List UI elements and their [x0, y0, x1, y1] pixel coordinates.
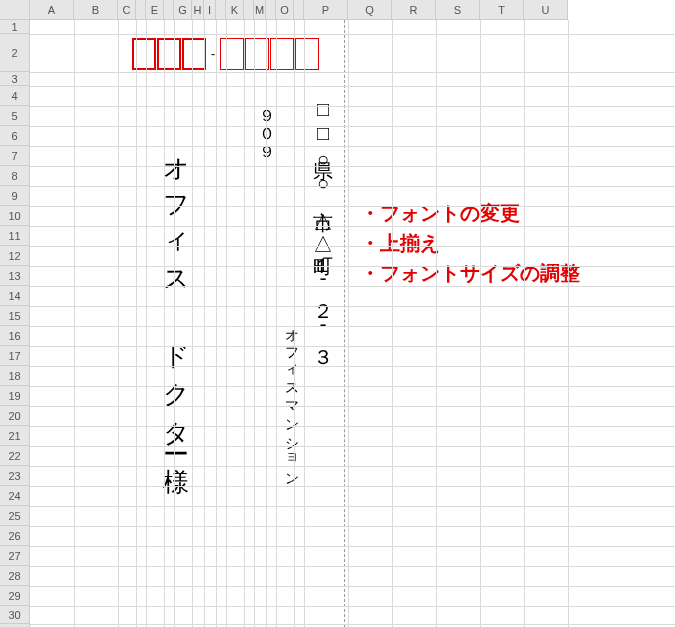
row-header[interactable]: 7 — [0, 146, 30, 166]
column-header[interactable]: P — [304, 0, 348, 20]
column-header[interactable]: R — [392, 0, 436, 20]
column-header[interactable]: G — [174, 0, 192, 20]
column-header[interactable]: S — [436, 0, 480, 20]
column-header[interactable]: O — [276, 0, 294, 20]
postal-box — [157, 38, 181, 70]
row-header[interactable]: 6 — [0, 126, 30, 146]
address-line1: □□県○○市△△町１‐２‐３ — [310, 98, 337, 358]
page-break-vertical — [344, 20, 345, 627]
annotation-line: ・上揃え — [360, 230, 440, 257]
postal-box — [182, 38, 206, 70]
address-line2: オフィスマンション — [282, 320, 300, 482]
row-header[interactable]: 5 — [0, 106, 30, 126]
column-header[interactable]: I — [204, 0, 216, 20]
column-header[interactable]: T — [480, 0, 524, 20]
row-header[interactable]: 13 — [0, 266, 30, 286]
postal-box — [220, 38, 244, 70]
column-header[interactable]: H — [192, 0, 204, 20]
row-header[interactable]: 18 — [0, 366, 30, 386]
postal-box — [295, 38, 319, 70]
row-header[interactable]: 9 — [0, 186, 30, 206]
row-header[interactable]: 3 — [0, 72, 30, 86]
column-header[interactable]: E — [146, 0, 164, 20]
select-all-corner[interactable] — [0, 0, 30, 20]
row-header[interactable]: 26 — [0, 526, 30, 546]
row-header[interactable]: 29 — [0, 586, 30, 606]
row-header[interactable]: 15 — [0, 306, 30, 326]
column-header[interactable]: C — [118, 0, 136, 20]
row-header[interactable]: 14 — [0, 286, 30, 306]
row-header[interactable]: 20 — [0, 406, 30, 426]
row-header[interactable]: 17 — [0, 346, 30, 366]
column-header[interactable]: Q — [348, 0, 392, 20]
row-header[interactable]: 27 — [0, 546, 30, 566]
column-header[interactable]: U — [524, 0, 568, 20]
column-header[interactable]: A — [30, 0, 74, 20]
row-header[interactable]: 24 — [0, 486, 30, 506]
column-header[interactable] — [136, 0, 146, 20]
row-header[interactable]: 8 — [0, 166, 30, 186]
row-header[interactable]: 12 — [0, 246, 30, 266]
column-header[interactable]: K — [226, 0, 244, 20]
row-header[interactable]: 22 — [0, 446, 30, 466]
row-header[interactable]: 2 — [0, 34, 30, 72]
cell-grid[interactable]: - □□県○○市△△町１‐２‐３ オフィスマンション ９０９ オフィス ドクター… — [30, 20, 675, 627]
annotation-line: ・フォントサイズの調整 — [360, 260, 580, 287]
row-header[interactable]: 23 — [0, 466, 30, 486]
row-header[interactable]: 10 — [0, 206, 30, 226]
row-header[interactable]: 1 — [0, 20, 30, 34]
row-header[interactable]: 21 — [0, 426, 30, 446]
postal-box — [270, 38, 294, 70]
row-header[interactable]: 28 — [0, 566, 30, 586]
row-header[interactable]: 4 — [0, 86, 30, 106]
row-headers: 1234567891011121314151617181920212223242… — [0, 20, 30, 627]
column-header[interactable]: B — [74, 0, 118, 20]
postal-dash: - — [206, 46, 220, 62]
row-header[interactable]: 30 — [0, 606, 30, 624]
column-header[interactable] — [266, 0, 276, 20]
annotation-line: ・フォントの変更 — [360, 200, 520, 227]
column-header[interactable] — [164, 0, 174, 20]
column-header[interactable] — [244, 0, 254, 20]
row-header[interactable]: 19 — [0, 386, 30, 406]
column-header[interactable] — [294, 0, 304, 20]
spreadsheet: ABCEGHIKMOPQRSTU 12345678910111213141516… — [0, 0, 675, 627]
column-header[interactable]: M — [254, 0, 266, 20]
row-header[interactable]: 16 — [0, 326, 30, 346]
column-header[interactable] — [216, 0, 226, 20]
row-header[interactable]: 11 — [0, 226, 30, 246]
row-header[interactable]: 25 — [0, 506, 30, 526]
column-headers: ABCEGHIKMOPQRSTU — [30, 0, 568, 20]
